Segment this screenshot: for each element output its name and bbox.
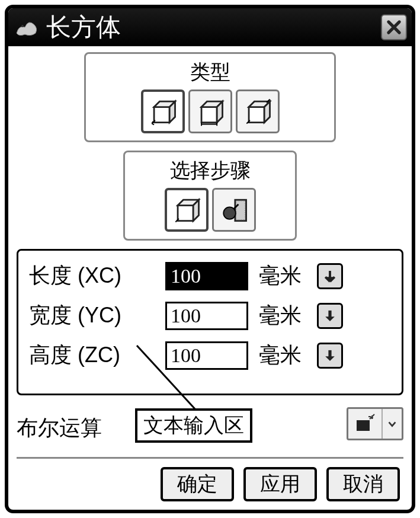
- step-option-2[interactable]: [212, 188, 256, 232]
- boolean-caret-icon[interactable]: [381, 409, 402, 439]
- separator: [17, 457, 403, 459]
- row-boolean: 布尔运算 文本输入区: [17, 407, 403, 449]
- group-type: 类型: [84, 52, 335, 142]
- params-panel: 长度 (XC) 毫米 宽度 (YC) 毫米 高度 (ZC) 毫米: [17, 249, 403, 395]
- svg-point-0: [21, 25, 24, 27]
- cancel-button[interactable]: 取消: [326, 467, 400, 501]
- length-input[interactable]: [165, 262, 248, 290]
- type-option-2[interactable]: [188, 89, 232, 133]
- svg-point-3: [223, 207, 236, 219]
- client-area: 类型: [8, 46, 412, 510]
- height-input[interactable]: [165, 341, 248, 370]
- boolean-icon: [348, 409, 381, 439]
- boolean-label: 布尔运算: [17, 414, 102, 443]
- group-step-label: 选择步骤: [132, 157, 288, 184]
- height-label: 高度 (ZC): [29, 341, 165, 370]
- length-label: 长度 (XC): [29, 261, 165, 290]
- group-type-label: 类型: [93, 59, 326, 86]
- width-dropdown[interactable]: [317, 303, 343, 329]
- width-input[interactable]: [165, 302, 248, 330]
- svg-rect-4: [328, 310, 331, 318]
- ok-button[interactable]: 确定: [161, 467, 234, 501]
- button-bar: 确定 应用 取消: [17, 467, 403, 501]
- height-unit: 毫米: [259, 341, 312, 370]
- close-button[interactable]: [381, 14, 407, 40]
- group-step: 选择步骤: [123, 151, 297, 241]
- width-label: 宽度 (YC): [29, 301, 165, 330]
- window-title: 长方体: [46, 11, 381, 44]
- row-length: 长度 (XC) 毫米: [29, 261, 391, 290]
- length-dropdown[interactable]: [317, 263, 343, 289]
- height-dropdown[interactable]: [317, 343, 343, 369]
- row-width: 宽度 (YC) 毫米: [29, 301, 391, 330]
- length-unit: 毫米: [259, 261, 312, 290]
- type-option-1[interactable]: [141, 89, 185, 133]
- boolean-combo[interactable]: [347, 407, 403, 440]
- apply-button[interactable]: 应用: [243, 467, 317, 501]
- svg-rect-5: [328, 350, 331, 357]
- app-icon: [13, 13, 41, 41]
- dialog-window: 长方体 类型: [5, 5, 415, 513]
- type-option-3[interactable]: [236, 89, 280, 133]
- svg-rect-7: [357, 420, 370, 431]
- titlebar: 长方体: [8, 8, 412, 46]
- width-unit: 毫米: [259, 301, 312, 330]
- annotation-text-box: 文本输入区: [135, 408, 252, 443]
- step-option-1[interactable]: [165, 188, 209, 232]
- svg-rect-1: [235, 200, 246, 220]
- row-height: 高度 (ZC) 毫米: [29, 341, 391, 370]
